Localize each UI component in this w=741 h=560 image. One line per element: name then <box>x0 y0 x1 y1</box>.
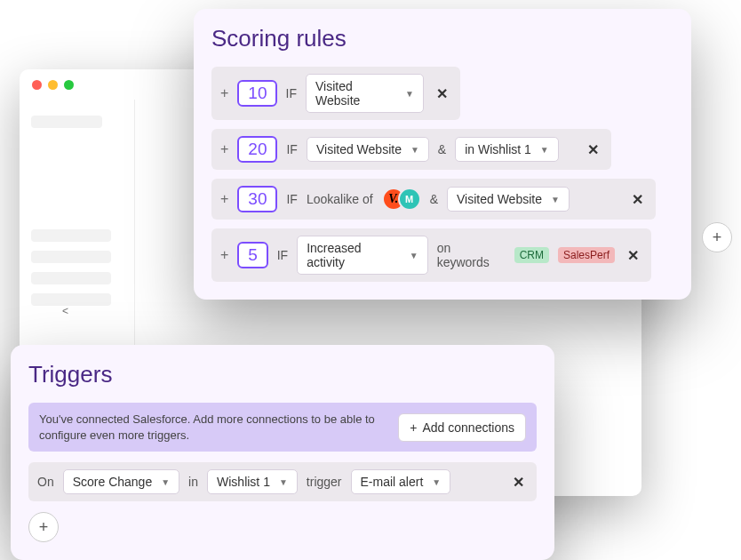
score-value-input[interactable]: 30 <box>237 186 277 212</box>
lookalike-avatars[interactable]: V. M <box>382 188 421 211</box>
caret-down-icon: ▼ <box>405 89 414 99</box>
condition-dropdown[interactable]: Visited Website ▼ <box>447 187 570 212</box>
plus-icon: + <box>39 518 49 537</box>
triggers-card: Triggers You've connected Salesforce. Ad… <box>11 345 554 560</box>
trigger-row: On Score Change ▼ in Wishlist 1 ▼ trigge… <box>28 462 537 501</box>
caret-down-icon: ▼ <box>551 195 560 204</box>
placeholder <box>31 251 111 263</box>
condition-dropdown[interactable]: Visited Website ▼ <box>306 74 424 113</box>
trigger-keyword: trigger <box>307 475 342 489</box>
plus-sign: + <box>220 85 228 101</box>
lookalike-label: Lookalike of <box>307 192 373 206</box>
delete-rule-icon[interactable]: ✕ <box>433 85 451 102</box>
add-rule-button[interactable]: + <box>702 222 732 252</box>
dropdown-label: in Wishlist 1 <box>465 142 531 156</box>
condition-dropdown[interactable]: Increased activity ▼ <box>297 236 427 275</box>
button-label: Add connections <box>422 420 514 435</box>
scoring-rules-card: Scoring rules + 10 IF Visited Website ▼ … <box>194 9 691 300</box>
placeholder <box>31 272 111 284</box>
plus-icon: + <box>410 420 417 435</box>
dropdown-label: Score Change <box>73 475 153 489</box>
if-keyword: IF <box>286 192 297 206</box>
add-connections-button[interactable]: + Add connections <box>398 413 526 442</box>
keyword-tag[interactable]: SalesPerf <box>558 247 615 263</box>
scoring-rule-row: + 20 IF Visited Website ▼ & in Wishlist … <box>211 129 611 170</box>
zoom-dot <box>64 80 74 90</box>
if-keyword: IF <box>277 248 288 262</box>
event-dropdown[interactable]: Score Change ▼ <box>63 469 179 494</box>
plus-sign: + <box>220 141 228 157</box>
plus-sign: + <box>220 247 228 263</box>
action-dropdown[interactable]: E-mail alert ▼ <box>351 469 451 494</box>
scoring-title: Scoring rules <box>211 25 673 52</box>
placeholder <box>31 229 111 242</box>
condition-dropdown[interactable]: in Wishlist 1 ▼ <box>455 137 559 162</box>
add-trigger-button[interactable]: + <box>28 512 59 542</box>
caret-down-icon: ▼ <box>279 477 288 487</box>
delete-rule-icon[interactable]: ✕ <box>628 191 647 208</box>
in-keyword: in <box>188 475 198 489</box>
score-value-input[interactable]: 10 <box>237 80 276 107</box>
scoring-rule-row: + 30 IF Lookalike of V. M & Visited Webs… <box>211 179 656 220</box>
dropdown-label: E-mail alert <box>361 475 424 489</box>
avatar: M <box>398 188 421 211</box>
placeholder <box>31 116 102 128</box>
plus-sign: + <box>220 191 228 207</box>
caret-down-icon: ▼ <box>410 145 419 155</box>
delete-trigger-icon[interactable]: ✕ <box>509 474 528 491</box>
caret-down-icon: ▼ <box>410 251 418 260</box>
condition-dropdown[interactable]: Visited Website ▼ <box>307 137 429 162</box>
connections-banner: You've connected Salesforce. Add more co… <box>28 403 537 452</box>
on-keywords-label: on keywords <box>437 241 506 269</box>
scoring-rule-row: + 5 IF Increased activity ▼ on keywords … <box>211 228 651 282</box>
dropdown-label: Visited Website <box>457 192 542 206</box>
dropdown-label: Visited Website <box>316 142 402 156</box>
close-dot <box>32 80 42 90</box>
back-chevron-icon: < <box>62 305 68 317</box>
delete-rule-icon[interactable]: ✕ <box>584 141 602 158</box>
if-keyword: IF <box>286 142 297 156</box>
delete-rule-icon[interactable]: ✕ <box>624 247 642 264</box>
dropdown-label: Wishlist 1 <box>217 475 270 489</box>
placeholder <box>31 293 111 306</box>
list-dropdown[interactable]: Wishlist 1 ▼ <box>207 469 298 494</box>
minimize-dot <box>48 80 58 90</box>
caret-down-icon: ▼ <box>161 477 170 487</box>
caret-down-icon: ▼ <box>432 477 441 487</box>
scoring-rule-row: + 10 IF Visited Website ▼ ✕ <box>211 67 460 120</box>
banner-text: You've connected Salesforce. Add more co… <box>39 412 398 443</box>
if-keyword: IF <box>286 86 297 100</box>
score-value-input[interactable]: 20 <box>237 136 277 163</box>
plus-icon: + <box>713 228 722 247</box>
caret-down-icon: ▼ <box>540 145 549 155</box>
keyword-tag[interactable]: CRM <box>514 247 549 263</box>
score-value-input[interactable]: 5 <box>237 242 267 268</box>
dropdown-label: Visited Website <box>315 79 396 108</box>
and-operator: & <box>430 192 438 206</box>
triggers-title: Triggers <box>28 361 537 388</box>
dropdown-label: Increased activity <box>307 241 401 269</box>
and-operator: & <box>438 142 446 156</box>
on-keyword: On <box>37 475 54 489</box>
